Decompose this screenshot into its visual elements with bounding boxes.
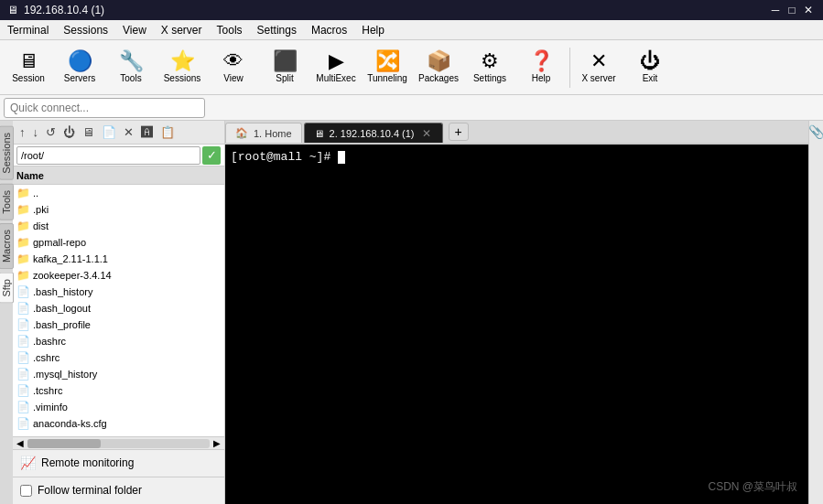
path-input[interactable] — [16, 146, 200, 165]
toolbar-btn-x-server[interactable]: ✕X server — [574, 43, 623, 92]
file-item[interactable]: 📄.bash_profile — [13, 316, 224, 333]
toolbar-icon-help: ❓ — [529, 51, 554, 71]
file-item[interactable]: 📄.bash_logout — [13, 300, 224, 316]
follow-terminal-folder[interactable]: Follow terminal folder — [13, 477, 224, 504]
tab-terminal[interactable]: 🖥 2. 192.168.10.4 (1) ✕ — [304, 123, 443, 143]
terminal-tab-close-button[interactable]: ✕ — [420, 127, 433, 140]
panel-side-labels: SessionsToolsMacrosSftp — [0, 121, 13, 504]
terminal-window[interactable]: [root@mall ~]# CSDN @菜鸟叶叔 — [225, 145, 808, 504]
menu-item-macros[interactable]: Macros — [304, 20, 354, 39]
toolbar-btn-help[interactable]: ❓Help — [516, 43, 566, 92]
file-item[interactable]: 📄anaconda-ks.cfg — [13, 415, 224, 432]
tab-home[interactable]: 🏠 1. Home — [225, 123, 302, 143]
tab-bar: 🏠 1. Home 🖥 2. 192.168.10.4 (1) ✕ + — [225, 121, 808, 145]
file-icon: 📄 — [16, 401, 29, 413]
file-item[interactable]: 📄.bashrc — [13, 333, 224, 349]
file-name: zookeeper-3.4.14 — [33, 270, 112, 281]
quick-connect-bar — [0, 95, 823, 121]
file-icon: 📄 — [16, 302, 29, 315]
toolbar-btn-sessions[interactable]: ⭐Sessions — [157, 43, 207, 92]
file-tool-btn-7[interactable]: 🅰 — [138, 124, 156, 140]
file-list[interactable]: 📁..📁.pki📁dist📁gpmall-repo📁kafka_2.11-1.1… — [13, 185, 224, 436]
file-item[interactable]: 📄.mysql_history — [13, 366, 224, 382]
remote-monitoring-icon: 📈 — [20, 456, 36, 470]
file-item[interactable]: 📁kafka_2.11-1.1.1 — [13, 251, 224, 267]
menu-item-tools[interactable]: Tools — [210, 20, 250, 39]
file-item[interactable]: 📁.pki — [13, 201, 224, 218]
file-item[interactable]: 📄.bash_history — [13, 284, 224, 300]
minimize-button[interactable]: ─ — [768, 3, 783, 17]
menu-item-terminal[interactable]: Terminal — [0, 20, 56, 39]
side-tab-sessions[interactable]: Sessions — [0, 126, 14, 180]
file-item[interactable]: 📁dist — [13, 218, 224, 234]
file-tool-btn-1[interactable]: ↓ — [30, 124, 42, 140]
file-tool-btn-8[interactable]: 📋 — [157, 124, 178, 140]
toolbar-btn-exit[interactable]: ⏻Exit — [625, 43, 675, 92]
side-tab-sftp[interactable]: Sftp — [0, 273, 14, 304]
file-icon: 📁 — [16, 187, 29, 199]
toolbar-btn-split[interactable]: ⬛Split — [260, 43, 309, 92]
horizontal-scrollbar[interactable]: ◀ ▶ — [13, 436, 224, 449]
file-icon: 📄 — [16, 384, 29, 397]
scroll-left-button[interactable]: ◀ — [15, 438, 26, 448]
toolbar-icon-x server: ✕ — [590, 51, 607, 71]
paperclip-icon[interactable]: 📎 — [808, 124, 823, 139]
file-item[interactable]: 📁zookeeper-3.4.14 — [13, 267, 224, 284]
file-item[interactable]: 📁.. — [13, 185, 224, 201]
file-icon: 📄 — [16, 417, 29, 430]
file-icon: 📄 — [16, 318, 29, 331]
app-icon: 🖥 — [7, 4, 18, 16]
terminal-cursor — [338, 151, 345, 164]
file-tool-btn-6[interactable]: ✕ — [121, 124, 136, 140]
maximize-button[interactable]: □ — [785, 3, 799, 17]
file-name: anaconda-ks.cfg — [33, 418, 107, 429]
file-name: .bashrc — [33, 336, 66, 347]
file-item[interactable]: 📄.viminfo — [13, 399, 224, 415]
file-tool-btn-3[interactable]: ⏻ — [60, 124, 78, 140]
toolbar-btn-view[interactable]: 👁View — [209, 43, 258, 92]
title-bar: 🖥 192.168.10.4 (1) ─ □ ✕ — [0, 0, 823, 20]
toolbar-icon-multiexec: ▶ — [329, 51, 344, 71]
menu-item-sessions[interactable]: Sessions — [56, 20, 115, 39]
toolbar-btn-session[interactable]: 🖥Session — [4, 43, 53, 92]
menu-item-settings[interactable]: Settings — [250, 20, 304, 39]
add-tab-button[interactable]: + — [449, 123, 469, 141]
file-tool-btn-5[interactable]: 📄 — [99, 124, 119, 140]
quick-connect-input[interactable] — [4, 98, 205, 118]
file-list-header: Name — [13, 166, 224, 185]
title-bar-left: 🖥 192.168.10.4 (1) — [7, 4, 104, 16]
close-window-button[interactable]: ✕ — [801, 3, 816, 17]
file-icon: 📁 — [16, 236, 29, 249]
file-item[interactable]: 📄.tcshrc — [13, 382, 224, 399]
toolbar-btn-multiexec[interactable]: ▶MultiExec — [311, 43, 361, 92]
file-tool-btn-4[interactable]: 🖥 — [80, 124, 97, 140]
scroll-right-button[interactable]: ▶ — [211, 438, 222, 448]
toolbar-btn-tools[interactable]: 🔧Tools — [106, 43, 156, 92]
menu-item-view[interactable]: View — [115, 20, 154, 39]
toolbar-btn-packages[interactable]: 📦Packages — [414, 43, 463, 92]
panel-container: SessionsToolsMacrosSftp ↑↓↺⏻🖥📄✕🅰📋 ✓ Name… — [0, 121, 225, 504]
file-tool-btn-2[interactable]: ↺ — [43, 124, 59, 140]
terminal-tab-label: 2. 192.168.10.4 (1) — [330, 128, 415, 139]
toolbar-btn-tunneling[interactable]: 🔀Tunneling — [363, 43, 412, 92]
follow-folder-checkbox[interactable] — [20, 485, 32, 497]
menu-item-x-server[interactable]: X server — [154, 20, 210, 39]
toolbar-btn-servers[interactable]: 🔵Servers — [55, 43, 104, 92]
path-ok-button[interactable]: ✓ — [202, 146, 221, 165]
toolbar-btn-settings[interactable]: ⚙Settings — [465, 43, 514, 92]
side-tab-macros[interactable]: Macros — [0, 223, 14, 269]
file-tool-btn-0[interactable]: ↑ — [16, 124, 28, 140]
terminal-tab-icon: 🖥 — [314, 128, 324, 139]
window-title: 192.168.10.4 (1) — [24, 4, 104, 16]
toolbar-icon-split: ⬛ — [273, 51, 298, 71]
title-bar-controls: ─ □ ✕ — [768, 3, 816, 17]
remote-monitoring-button[interactable]: 📈 Remote monitoring — [13, 450, 224, 477]
file-name: .pki — [33, 204, 49, 215]
menu-item-help[interactable]: Help — [354, 20, 392, 39]
file-item[interactable]: 📄.cshrc — [13, 349, 224, 366]
toolbar-icon-tunneling: 🔀 — [375, 51, 400, 71]
file-item[interactable]: 📁gpmall-repo — [13, 234, 224, 251]
side-tab-tools[interactable]: Tools — [0, 184, 14, 220]
toolbar-icon-packages: 📦 — [427, 51, 451, 71]
scroll-thumb[interactable] — [27, 439, 101, 448]
